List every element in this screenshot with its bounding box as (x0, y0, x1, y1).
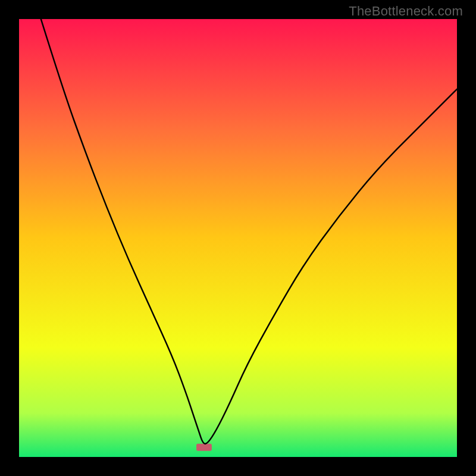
chart-frame: TheBottleneck.com (0, 0, 476, 476)
plot-area (19, 19, 457, 457)
plateau-marker (196, 444, 212, 451)
watermark: TheBottleneck.com (349, 4, 463, 19)
chart-svg (19, 19, 457, 457)
gradient-background (19, 19, 457, 457)
